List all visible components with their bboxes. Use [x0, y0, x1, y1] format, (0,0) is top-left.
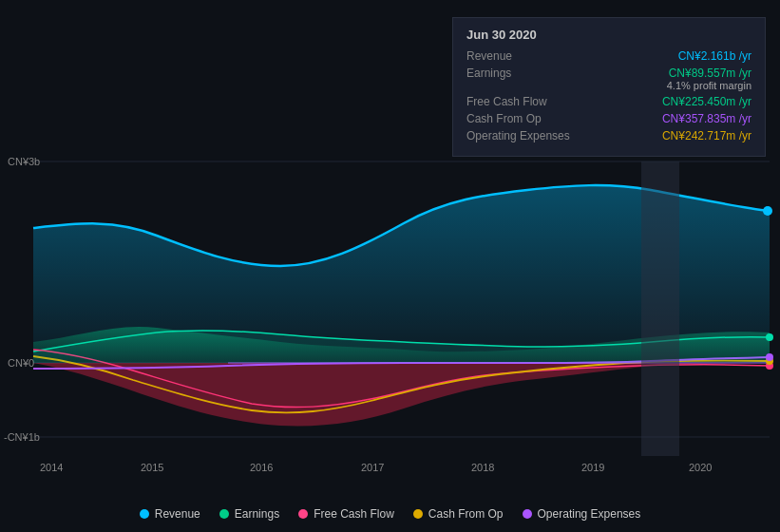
legend-revenue[interactable]: Revenue — [140, 507, 200, 521]
tooltip-row-revenue: Revenue CN¥2.161b /yr — [466, 49, 751, 63]
legend-fcf[interactable]: Free Cash Flow — [298, 507, 394, 521]
legend-cfo[interactable]: Cash From Op — [413, 507, 504, 521]
tooltip-label-opex: Operating Expenses — [466, 129, 570, 142]
tooltip-row-fcf: Free Cash Flow CN¥225.450m /yr — [466, 95, 751, 108]
legend-label-cfo: Cash From Op — [428, 507, 504, 521]
legend-label-fcf: Free Cash Flow — [314, 507, 394, 521]
legend-label-revenue: Revenue — [155, 507, 200, 521]
svg-text:-CN¥1b: -CN¥1b — [4, 431, 40, 443]
tooltip-value-opex: CN¥242.717m /yr — [662, 129, 751, 142]
tooltip-row-earnings: Earnings CN¥89.557m /yr 4.1% profit marg… — [466, 66, 751, 91]
svg-text:2020: 2020 — [689, 462, 712, 473]
tooltip-label-earnings: Earnings — [466, 66, 511, 80]
legend-earnings[interactable]: Earnings — [219, 507, 279, 521]
svg-text:2019: 2019 — [581, 462, 604, 473]
legend-label-earnings: Earnings — [235, 507, 279, 521]
tooltip-value-fcf: CN¥225.450m /yr — [662, 95, 751, 108]
svg-text:2017: 2017 — [361, 462, 384, 473]
tooltip-label-fcf: Free Cash Flow — [466, 95, 547, 108]
svg-text:2015: 2015 — [141, 462, 163, 473]
svg-text:2016: 2016 — [250, 462, 273, 473]
svg-text:CN¥3b: CN¥3b — [8, 156, 40, 167]
svg-text:CN¥0: CN¥0 — [8, 357, 34, 369]
tooltip-row-opex: Operating Expenses CN¥242.717m /yr — [466, 129, 751, 142]
legend-dot-earnings — [219, 509, 229, 519]
tooltip-sub-earnings: 4.1% profit margin — [667, 80, 751, 91]
legend-dot-fcf — [298, 509, 308, 519]
svg-text:2018: 2018 — [471, 462, 494, 473]
opex-end-dot — [766, 353, 773, 361]
legend-opex[interactable]: Operating Expenses — [523, 507, 641, 521]
tooltip-label-revenue: Revenue — [466, 49, 512, 63]
legend-dot-opex — [523, 509, 532, 519]
tooltip-value-revenue: CN¥2.161b /yr — [678, 49, 751, 63]
data-tooltip: Jun 30 2020 Revenue CN¥2.161b /yr Earnin… — [452, 17, 766, 157]
tooltip-value-cfo: CN¥357.835m /yr — [662, 112, 751, 125]
tooltip-value-earnings: CN¥89.557m /yr — [667, 66, 751, 80]
tooltip-title: Jun 30 2020 — [466, 28, 751, 42]
earnings-end-dot — [766, 333, 773, 341]
legend-dot-cfo — [413, 509, 423, 519]
tooltip-label-cfo: Cash From Op — [466, 112, 542, 125]
revenue-end-dot — [763, 206, 772, 216]
legend-label-opex: Operating Expenses — [538, 507, 641, 521]
legend-dot-revenue — [140, 509, 149, 519]
svg-text:2014: 2014 — [40, 462, 63, 473]
chart-legend: Revenue Earnings Free Cash Flow Cash Fro… — [0, 507, 780, 521]
tooltip-row-cfo: Cash From Op CN¥357.835m /yr — [466, 112, 751, 125]
